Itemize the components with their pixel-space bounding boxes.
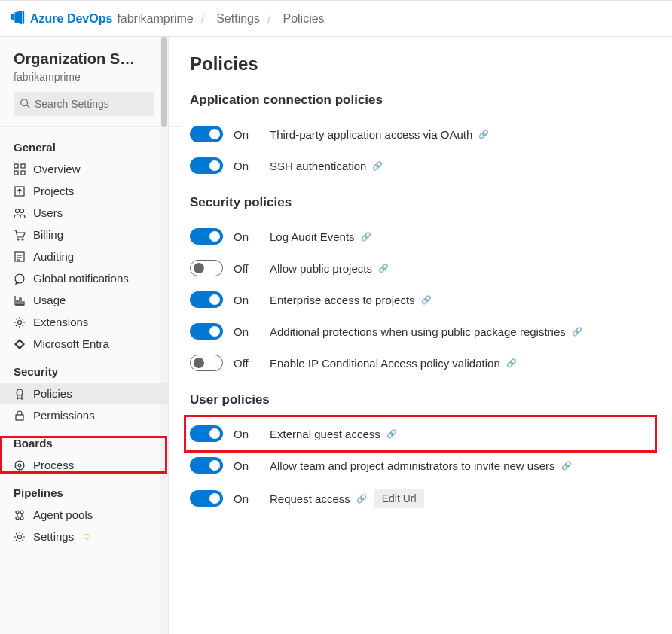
toggle-state: Off xyxy=(234,262,270,275)
svg-rect-19 xyxy=(23,302,24,305)
svg-point-23 xyxy=(18,464,21,467)
svg-point-25 xyxy=(16,511,19,514)
gear-icon xyxy=(14,531,26,543)
link-icon[interactable]: 🔗 xyxy=(356,494,367,504)
policy-row: OnEnterprise access to projects🔗 xyxy=(190,284,651,315)
sidebar-item-policies[interactable]: Policies xyxy=(0,383,168,404)
link-icon[interactable]: 🔗 xyxy=(572,327,582,337)
policy-section-title: Application connection policies xyxy=(190,93,651,108)
chat-icon xyxy=(14,273,26,285)
sidebar-item-extensions[interactable]: Extensions xyxy=(0,311,168,333)
lock-icon xyxy=(14,410,26,422)
toggle[interactable] xyxy=(190,126,223,142)
toggle[interactable] xyxy=(190,490,223,507)
policy-label: Allow public projects🔗 xyxy=(270,262,389,275)
policy-row: OnRequest access🔗Edit Url xyxy=(190,481,651,516)
svg-point-10 xyxy=(22,239,23,240)
toggle[interactable] xyxy=(190,157,223,174)
toggle[interactable] xyxy=(190,323,223,340)
nav-label: Permissions xyxy=(33,409,95,422)
toggle[interactable] xyxy=(190,260,223,276)
nav-section-title: Pipelines xyxy=(0,476,168,504)
svg-point-0 xyxy=(21,99,28,105)
sidebar-item-permissions[interactable]: Permissions xyxy=(0,404,168,426)
breadcrumb-sep: / xyxy=(201,12,204,26)
sidebar-item-auditing[interactable]: Auditing xyxy=(0,245,168,267)
sidebar-item-usage[interactable]: Usage xyxy=(0,289,168,311)
list-icon xyxy=(14,251,26,263)
svg-point-28 xyxy=(20,517,23,520)
toggle-state: On xyxy=(234,128,270,141)
policy-label: Third-party application access via OAuth… xyxy=(270,128,489,141)
main-content: Policies Application connection policies… xyxy=(169,37,672,634)
breadcrumb-org[interactable]: fabrikamprime xyxy=(117,12,193,26)
sidebar-item-billing[interactable]: Billing xyxy=(0,224,168,245)
toggle[interactable] xyxy=(190,291,223,308)
svg-point-9 xyxy=(17,239,19,240)
policy-row: OffEnable IP Conditional Access policy v… xyxy=(190,347,651,379)
users-icon xyxy=(14,207,26,219)
svg-point-20 xyxy=(18,320,22,324)
sidebar: Organization S… fabrikamprime Search Set… xyxy=(0,37,169,634)
nav-label: Microsoft Entra xyxy=(33,337,109,350)
policy-label: Additional protections when using public… xyxy=(270,325,582,338)
policy-row: OnSSH authentication🔗 xyxy=(190,150,651,181)
page-title: Policies xyxy=(190,53,651,75)
sidebar-item-process[interactable]: Process xyxy=(0,454,168,476)
toggle[interactable] xyxy=(190,228,223,245)
brand-logo[interactable]: Azure DevOps xyxy=(9,9,112,28)
divider xyxy=(0,126,182,127)
toggle-state: On xyxy=(234,160,270,172)
scrollbar-thumb[interactable] xyxy=(161,37,167,127)
org-name: fabrikamprime xyxy=(0,68,168,92)
gear-icon xyxy=(14,316,26,328)
link-icon[interactable]: 🔗 xyxy=(361,232,371,242)
toggle-state: On xyxy=(234,230,270,243)
nav-label: Policies xyxy=(33,387,72,400)
toggle[interactable] xyxy=(190,457,223,474)
link-icon[interactable]: 🔗 xyxy=(386,429,397,439)
policy-label: Request access🔗 xyxy=(270,492,367,505)
policy-section-title: Security policies xyxy=(190,195,651,210)
link-icon[interactable]: 🔗 xyxy=(561,461,572,471)
nav-label: Settings xyxy=(33,530,74,543)
breadcrumb-settings[interactable]: Settings xyxy=(216,12,260,26)
nav-label: Extensions xyxy=(33,315,88,328)
edit-url-button[interactable]: Edit Url xyxy=(374,489,424,508)
sidebar-item-projects[interactable]: Projects xyxy=(0,180,168,202)
nav-label: Users xyxy=(33,206,63,219)
sidebar-item-microsoft-entra[interactable]: Microsoft Entra xyxy=(0,333,168,355)
grid-icon xyxy=(14,163,26,175)
link-icon[interactable]: 🔗 xyxy=(372,161,383,171)
svg-rect-22 xyxy=(16,415,23,420)
toggle[interactable] xyxy=(190,355,223,371)
svg-rect-5 xyxy=(21,171,25,175)
toggle-state: On xyxy=(234,294,270,306)
svg-point-26 xyxy=(20,511,23,514)
policy-label: Enterprise access to projects🔗 xyxy=(270,294,432,306)
breadcrumb-policies[interactable]: Policies xyxy=(283,12,324,26)
badge-icon xyxy=(14,388,26,400)
nav-label: Billing xyxy=(33,228,63,241)
sidebar-item-global-notifications[interactable]: Global notifications xyxy=(0,267,168,289)
toggle[interactable] xyxy=(190,425,223,442)
sidebar-item-agent-pools[interactable]: Agent pools xyxy=(0,504,168,526)
azure-devops-icon xyxy=(9,9,26,28)
sidebar-item-settings[interactable]: Settings🛡 xyxy=(0,526,168,547)
link-icon[interactable]: 🔗 xyxy=(421,295,432,305)
policy-label: External guest access🔗 xyxy=(270,428,397,440)
search-input[interactable]: Search Settings xyxy=(14,92,154,116)
upload-icon xyxy=(14,185,26,197)
policy-row: OffAllow public projects🔗 xyxy=(190,252,651,284)
policy-section-title: User policies xyxy=(190,392,651,407)
svg-point-21 xyxy=(17,389,23,395)
link-icon[interactable]: 🔗 xyxy=(378,264,389,273)
brand-name[interactable]: Azure DevOps xyxy=(30,12,112,26)
sidebar-item-overview[interactable]: Overview xyxy=(0,158,168,180)
link-icon[interactable]: 🔗 xyxy=(506,358,517,368)
sidebar-item-users[interactable]: Users xyxy=(0,202,168,224)
policy-label: Log Audit Events🔗 xyxy=(270,230,371,243)
policy-row: OnLog Audit Events🔗 xyxy=(190,221,651,252)
nav-label: Agent pools xyxy=(33,508,93,521)
link-icon[interactable]: 🔗 xyxy=(478,130,489,139)
